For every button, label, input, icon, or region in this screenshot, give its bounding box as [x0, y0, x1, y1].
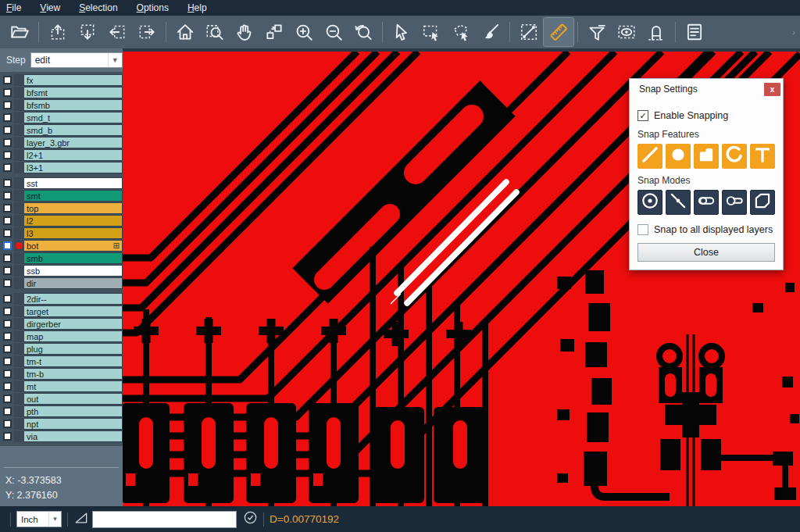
layer-row-bfsmb[interactable]: bfsmb — [0, 99, 123, 111]
mode-contour-button[interactable] — [750, 190, 775, 215]
layer-label[interactable]: 2dir-- — [24, 293, 123, 305]
layer-row-out[interactable]: out — [0, 393, 123, 405]
layer-label[interactable]: dirgerber — [24, 318, 123, 330]
layer-label[interactable]: dir — [24, 277, 123, 289]
layer-checkbox[interactable] — [3, 254, 12, 262]
layer-checkbox[interactable] — [3, 332, 12, 341]
layer-label[interactable]: sst — [24, 177, 123, 189]
select-arrow-button[interactable] — [387, 18, 416, 46]
layer-label[interactable]: out — [24, 393, 123, 405]
layer-label[interactable]: layer_3.gbr — [24, 137, 123, 148]
layer-checkbox[interactable] — [3, 241, 12, 250]
layer-checkbox[interactable] — [3, 307, 12, 316]
layer-checkbox[interactable] — [3, 126, 12, 134]
layer-row-l2[interactable]: l2 — [0, 215, 123, 227]
all-layers-checkbox[interactable] — [638, 224, 648, 235]
layer-label[interactable]: via — [24, 430, 123, 442]
home-view-button[interactable] — [170, 18, 200, 46]
filter-button[interactable] — [582, 18, 612, 46]
close-button[interactable]: Close — [638, 243, 775, 262]
zoom-out-button[interactable] — [319, 18, 348, 46]
layer-checkbox[interactable] — [3, 407, 12, 416]
layer-label[interactable]: l3 — [24, 227, 123, 239]
layer-row-dirgerber[interactable]: dirgerber — [0, 318, 123, 330]
menu-file[interactable]: File — [6, 2, 21, 13]
layer-row-target[interactable]: target — [0, 305, 123, 317]
layer-checkbox[interactable] — [3, 420, 12, 428]
layer-label[interactable]: bfsmt — [24, 87, 123, 98]
layer-checkbox[interactable] — [3, 382, 12, 391]
pan-right-button[interactable] — [132, 18, 162, 46]
dialog-close-icon[interactable]: x — [764, 83, 780, 96]
layer-row-pth[interactable]: pth — [0, 405, 123, 417]
snap-circle-button[interactable] — [666, 144, 691, 169]
layer-checkbox[interactable] — [3, 432, 12, 441]
layer-row-smt[interactable]: smt — [0, 190, 123, 202]
menu-view[interactable]: View — [40, 2, 60, 13]
layer-label[interactable]: tm-t — [24, 355, 123, 367]
layer-checkbox[interactable] — [3, 279, 12, 287]
command-input[interactable] — [92, 511, 237, 528]
layer-row-tm-t[interactable]: tm-t — [0, 355, 123, 367]
layer-row-smd_t[interactable]: smd_t — [0, 112, 123, 123]
snap-line-button[interactable] — [638, 144, 662, 169]
ruler-button[interactable] — [544, 18, 573, 46]
layer-label[interactable]: smt — [24, 190, 123, 202]
layer-label[interactable]: npt — [24, 418, 123, 430]
layer-label[interactable]: pth — [24, 405, 123, 417]
layer-label[interactable]: bot⊞ — [24, 240, 123, 252]
dialog-titlebar[interactable]: Snap Settings x — [630, 79, 783, 99]
step-combobox[interactable]: edit ▼ — [30, 52, 123, 68]
layer-checkbox[interactable] — [3, 357, 12, 366]
pan-hand-button[interactable] — [230, 18, 259, 46]
layer-label[interactable]: smd_t — [24, 112, 123, 123]
layer-row-fx[interactable]: fx — [0, 74, 123, 86]
layer-row-l3+1[interactable]: l3+1 — [0, 162, 123, 173]
layer-row-mt[interactable]: mt — [0, 380, 123, 392]
select-poly-button[interactable] — [446, 18, 476, 46]
layer-row-smb[interactable]: smb — [0, 252, 123, 264]
chevron-down-icon[interactable]: ▼ — [108, 53, 122, 67]
menu-options[interactable]: Options — [137, 2, 169, 13]
layer-checkbox[interactable] — [3, 113, 12, 122]
enable-snapping-checkbox[interactable]: ✓ — [638, 110, 648, 121]
layer-label[interactable]: mt — [24, 380, 123, 392]
layer-row-2dir--[interactable]: 2dir-- — [0, 293, 123, 305]
pan-left-button[interactable] — [102, 18, 132, 46]
layer-checkbox[interactable] — [3, 345, 12, 353]
layer-row-l3[interactable]: l3 — [0, 227, 123, 239]
move-view-button[interactable] — [259, 18, 289, 46]
measure-button[interactable] — [514, 18, 544, 46]
apply-sync-icon[interactable] — [243, 510, 258, 528]
select-rect-button[interactable] — [416, 18, 446, 46]
layer-checkbox[interactable] — [3, 179, 12, 187]
layer-checkbox[interactable] — [3, 163, 12, 172]
layer-checkbox[interactable] — [3, 204, 12, 212]
open-file-button[interactable] — [5, 18, 34, 46]
layer-row-via[interactable]: via — [0, 430, 123, 442]
layer-label[interactable]: fx — [24, 74, 123, 86]
mode-slot-a-button[interactable] — [694, 190, 719, 215]
layer-row-l2+1[interactable]: l2+1 — [0, 149, 123, 161]
toolbar-overflow-chevron[interactable]: › — [792, 27, 795, 37]
layer-row-bfsmt[interactable]: bfsmt — [0, 87, 123, 98]
menu-selection[interactable]: Selection — [79, 2, 117, 13]
layer-checkbox[interactable] — [3, 320, 12, 328]
layer-row-plug[interactable]: plug — [0, 343, 123, 355]
layer-row-map[interactable]: map — [0, 330, 123, 342]
layer-row-smd_b[interactable]: smd_b — [0, 124, 123, 136]
layer-checkbox[interactable] — [3, 370, 12, 378]
layer-checkbox[interactable] — [3, 266, 12, 275]
select-brush-button[interactable] — [476, 18, 505, 46]
mode-nearest-button[interactable] — [666, 190, 691, 215]
layer-label[interactable]: ssb — [24, 265, 123, 277]
layer-checkbox[interactable] — [3, 216, 12, 225]
layer-label[interactable]: target — [24, 305, 123, 317]
layer-row-tm-b[interactable]: tm-b — [0, 368, 123, 380]
layer-checkbox[interactable] — [3, 191, 12, 200]
snap-text-button[interactable] — [750, 144, 775, 169]
chevron-down-icon[interactable]: ▼ — [48, 512, 61, 527]
layer-label[interactable]: bfsmb — [24, 99, 123, 111]
layer-checkbox[interactable] — [3, 151, 12, 159]
layer-label[interactable]: plug — [24, 343, 123, 355]
